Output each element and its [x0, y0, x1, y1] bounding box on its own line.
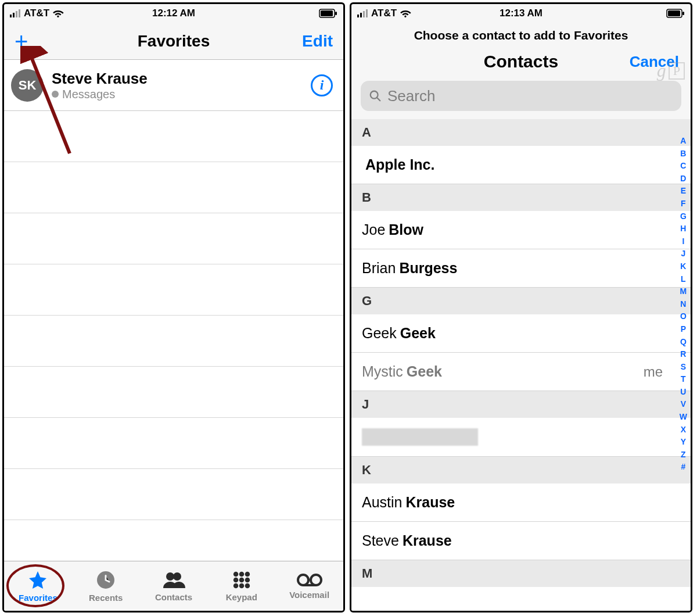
index-letter[interactable]: O — [680, 311, 687, 323]
index-letter[interactable]: A — [680, 135, 687, 147]
list-item — [4, 213, 343, 264]
list-item — [4, 111, 343, 162]
section-header-j: J — [351, 391, 691, 418]
index-letter[interactable]: B — [680, 148, 687, 160]
star-icon — [27, 570, 49, 590]
index-letter[interactable]: J — [680, 248, 687, 260]
status-bar: AT&T 12:13 AM — [351, 4, 691, 23]
section-header-g: G — [351, 288, 691, 314]
index-letter[interactable]: U — [680, 386, 687, 398]
status-time: 12:13 AM — [351, 8, 691, 19]
svg-point-14 — [245, 583, 250, 589]
index-letter[interactable]: V — [680, 399, 687, 410]
contact-row[interactable] — [351, 418, 691, 457]
index-letter[interactable]: C — [680, 160, 687, 172]
index-letter[interactable]: T — [680, 374, 687, 385]
contact-row[interactable]: Mystic Geek me — [351, 353, 691, 391]
svg-point-5 — [173, 572, 181, 581]
index-letter[interactable]: Z — [680, 449, 687, 461]
info-button[interactable]: i — [311, 74, 333, 96]
index-letter[interactable]: K — [680, 261, 687, 273]
svg-point-4 — [166, 572, 174, 581]
index-letter[interactable]: P — [680, 324, 687, 335]
index-letter[interactable]: R — [680, 349, 687, 360]
me-badge: me — [644, 364, 663, 380]
phone-favorites: AT&T 12:12 AM + Favorites Edit SK Steve … — [2, 2, 345, 613]
index-letter[interactable]: L — [680, 274, 687, 285]
search-input[interactable]: Search — [361, 81, 681, 111]
tab-keypad[interactable]: Keypad — [207, 561, 275, 611]
svg-point-9 — [233, 578, 239, 583]
tab-favorites[interactable]: Favorites — [4, 561, 72, 611]
contact-row[interactable]: Steve Krause — [351, 522, 691, 560]
keypad-icon — [232, 570, 252, 590]
svg-point-7 — [239, 572, 245, 577]
search-placeholder: Search — [387, 87, 435, 105]
add-favorite-button[interactable]: + — [15, 30, 28, 53]
contact-row[interactable]: Joe Blow — [351, 211, 691, 249]
contacts-navbar: Contacts Cancel — [351, 49, 691, 81]
index-letter[interactable]: H — [680, 223, 687, 235]
tab-voicemail[interactable]: Voicemail — [275, 561, 343, 611]
people-icon — [162, 570, 185, 590]
index-letter[interactable]: D — [680, 173, 687, 185]
avatar: SK — [11, 69, 44, 102]
edit-button[interactable]: Edit — [302, 32, 333, 51]
favorites-list: SK Steve Krause Messages i — [4, 60, 343, 561]
svg-point-8 — [245, 572, 250, 577]
contact-row[interactable]: Austin Krause — [351, 484, 691, 522]
contact-row[interactable]: Geek Geek — [351, 314, 691, 353]
alpha-index[interactable]: ABCDEFGHIJKLMNOPQRSTUVWXYZ# — [678, 132, 688, 611]
index-letter[interactable]: F — [680, 198, 687, 210]
clock-icon — [95, 570, 116, 590]
svg-point-13 — [239, 583, 245, 589]
index-letter[interactable]: Q — [680, 336, 687, 348]
list-item — [4, 316, 343, 367]
index-letter[interactable]: Y — [680, 436, 687, 448]
favorites-navbar: + Favorites Edit — [4, 23, 343, 60]
favorite-row[interactable]: SK Steve Krause Messages i — [4, 60, 343, 111]
tab-bar: Favorites Recents Contacts Keypad Voicem… — [4, 561, 343, 611]
index-letter[interactable]: G — [680, 211, 687, 223]
contact-row[interactable]: Apple Inc. — [351, 146, 691, 184]
index-letter[interactable]: S — [680, 361, 687, 373]
section-header-b: B — [351, 184, 691, 211]
favorite-name: Steve Krause — [52, 70, 311, 88]
contact-list: A Apple Inc. B Joe Blow Brian Burgess G … — [351, 119, 691, 611]
index-letter[interactable]: W — [680, 411, 687, 423]
tab-contacts[interactable]: Contacts — [140, 561, 208, 611]
index-letter[interactable]: I — [680, 236, 687, 248]
svg-line-23 — [377, 98, 380, 101]
index-letter[interactable]: # — [680, 461, 687, 473]
tab-recents[interactable]: Recents — [72, 561, 140, 611]
list-item — [4, 264, 343, 316]
instruction-label: Choose a contact to add to Favorites — [351, 23, 691, 49]
index-letter[interactable]: M — [680, 286, 687, 298]
cancel-button[interactable]: Cancel — [630, 53, 679, 71]
svg-point-6 — [233, 572, 239, 577]
index-letter[interactable]: X — [680, 424, 687, 436]
section-header-m: M — [351, 560, 691, 587]
index-letter[interactable]: N — [680, 299, 687, 310]
svg-point-16 — [311, 575, 321, 585]
svg-point-12 — [233, 583, 239, 589]
favorite-subtitle: Messages — [52, 88, 311, 101]
page-title: Favorites — [4, 32, 343, 51]
section-header-k: K — [351, 457, 691, 484]
svg-point-15 — [298, 575, 308, 585]
status-bar: AT&T 12:12 AM — [4, 4, 343, 23]
page-title: Contacts — [484, 52, 558, 71]
list-item — [4, 162, 343, 213]
list-item — [4, 469, 343, 520]
section-header-a: A — [351, 119, 691, 146]
svg-point-10 — [239, 578, 245, 583]
search-icon — [369, 89, 382, 102]
status-time: 12:12 AM — [4, 8, 343, 19]
redacted-name — [362, 428, 478, 446]
contact-row[interactable]: Brian Burgess — [351, 249, 691, 288]
phone-contact-picker: AT&T 12:13 AM Choose a contact to add to… — [350, 2, 692, 613]
svg-point-11 — [245, 578, 250, 583]
message-bubble-icon — [52, 91, 59, 98]
voicemail-icon — [296, 572, 323, 588]
index-letter[interactable]: E — [680, 185, 687, 197]
